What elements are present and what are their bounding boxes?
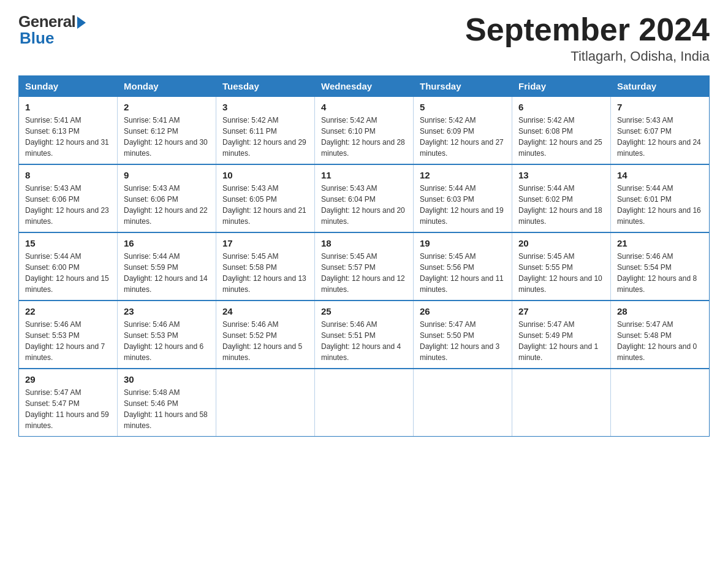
day-info: Sunrise: 5:44 AMSunset: 6:01 PMDaylight:… [617, 183, 703, 227]
calendar-cell: 16Sunrise: 5:44 AMSunset: 5:59 PMDayligh… [118, 232, 216, 301]
day-info: Sunrise: 5:46 AMSunset: 5:51 PMDaylight:… [321, 319, 407, 363]
calendar-cell: 25Sunrise: 5:46 AMSunset: 5:51 PMDayligh… [315, 301, 414, 369]
day-number: 17 [222, 238, 308, 248]
calendar-cell: 20Sunrise: 5:45 AMSunset: 5:55 PMDayligh… [512, 232, 611, 301]
calendar-cell [315, 369, 414, 437]
day-info: Sunrise: 5:43 AMSunset: 6:07 PMDaylight:… [617, 115, 703, 159]
day-number: 4 [321, 102, 407, 112]
calendar-table: SundayMondayTuesdayWednesdayThursdayFrid… [18, 75, 710, 437]
calendar-cell: 18Sunrise: 5:45 AMSunset: 5:57 PMDayligh… [315, 232, 414, 301]
col-header-thursday: Thursday [414, 76, 512, 97]
calendar-cell: 1Sunrise: 5:41 AMSunset: 6:13 PMDaylight… [19, 97, 118, 165]
day-info: Sunrise: 5:44 AMSunset: 6:02 PMDaylight:… [518, 183, 604, 227]
day-info: Sunrise: 5:43 AMSunset: 6:06 PMDaylight:… [25, 183, 111, 227]
day-number: 2 [124, 102, 210, 112]
day-info: Sunrise: 5:46 AMSunset: 5:54 PMDaylight:… [617, 251, 703, 295]
calendar-cell: 26Sunrise: 5:47 AMSunset: 5:50 PMDayligh… [414, 301, 512, 369]
day-number: 24 [222, 306, 308, 316]
day-info: Sunrise: 5:43 AMSunset: 6:06 PMDaylight:… [124, 183, 210, 227]
day-info: Sunrise: 5:44 AMSunset: 5:59 PMDaylight:… [124, 251, 210, 295]
day-info: Sunrise: 5:45 AMSunset: 5:58 PMDaylight:… [222, 251, 308, 295]
calendar-cell: 4Sunrise: 5:42 AMSunset: 6:10 PMDaylight… [315, 97, 414, 165]
calendar-cell [414, 369, 512, 437]
day-info: Sunrise: 5:44 AMSunset: 6:03 PMDaylight:… [420, 183, 506, 227]
day-number: 12 [420, 170, 506, 180]
col-header-wednesday: Wednesday [315, 76, 414, 97]
calendar-cell [512, 369, 611, 437]
calendar-cell: 8Sunrise: 5:43 AMSunset: 6:06 PMDaylight… [19, 164, 118, 232]
calendar-cell: 27Sunrise: 5:47 AMSunset: 5:49 PMDayligh… [512, 301, 611, 369]
day-number: 20 [518, 238, 604, 248]
calendar-cell: 13Sunrise: 5:44 AMSunset: 6:02 PMDayligh… [512, 164, 611, 232]
day-number: 26 [420, 306, 506, 316]
col-header-tuesday: Tuesday [216, 76, 315, 97]
calendar-cell: 6Sunrise: 5:42 AMSunset: 6:08 PMDaylight… [512, 97, 611, 165]
month-title: September 2024 [465, 12, 710, 47]
calendar-cell: 30Sunrise: 5:48 AMSunset: 5:46 PMDayligh… [118, 369, 216, 437]
calendar-cell: 10Sunrise: 5:43 AMSunset: 6:05 PMDayligh… [216, 164, 315, 232]
day-info: Sunrise: 5:43 AMSunset: 6:04 PMDaylight:… [321, 183, 407, 227]
calendar-cell: 11Sunrise: 5:43 AMSunset: 6:04 PMDayligh… [315, 164, 414, 232]
calendar-cell [611, 369, 710, 437]
day-info: Sunrise: 5:46 AMSunset: 5:53 PMDaylight:… [25, 319, 111, 363]
calendar-week-row: 1Sunrise: 5:41 AMSunset: 6:13 PMDaylight… [19, 97, 710, 165]
day-number: 11 [321, 170, 407, 180]
calendar-week-row: 29Sunrise: 5:47 AMSunset: 5:47 PMDayligh… [19, 369, 710, 437]
calendar-cell [216, 369, 315, 437]
logo-blue-text: Blue [20, 29, 54, 48]
day-info: Sunrise: 5:47 AMSunset: 5:50 PMDaylight:… [420, 319, 506, 363]
day-info: Sunrise: 5:42 AMSunset: 6:08 PMDaylight:… [518, 115, 604, 159]
day-info: Sunrise: 5:42 AMSunset: 6:11 PMDaylight:… [222, 115, 308, 159]
col-header-sunday: Sunday [19, 76, 118, 97]
day-number: 19 [420, 238, 506, 248]
day-number: 28 [617, 306, 703, 316]
logo: General Blue [18, 12, 86, 48]
calendar-cell: 9Sunrise: 5:43 AMSunset: 6:06 PMDaylight… [118, 164, 216, 232]
calendar-cell: 22Sunrise: 5:46 AMSunset: 5:53 PMDayligh… [19, 301, 118, 369]
day-number: 3 [222, 102, 308, 112]
day-number: 30 [124, 374, 210, 385]
title-block: September 2024 Titlagarh, Odisha, India [465, 12, 710, 64]
day-number: 25 [321, 306, 407, 316]
calendar-cell: 5Sunrise: 5:42 AMSunset: 6:09 PMDaylight… [414, 97, 512, 165]
calendar-cell: 2Sunrise: 5:41 AMSunset: 6:12 PMDaylight… [118, 97, 216, 165]
col-header-monday: Monday [118, 76, 216, 97]
day-number: 18 [321, 238, 407, 248]
calendar-cell: 15Sunrise: 5:44 AMSunset: 6:00 PMDayligh… [19, 232, 118, 301]
logo-arrow-icon [77, 17, 86, 29]
day-info: Sunrise: 5:42 AMSunset: 6:09 PMDaylight:… [420, 115, 506, 159]
day-number: 8 [25, 170, 111, 180]
day-number: 1 [25, 102, 111, 112]
day-number: 29 [25, 374, 111, 385]
day-info: Sunrise: 5:47 AMSunset: 5:48 PMDaylight:… [617, 319, 703, 363]
day-info: Sunrise: 5:45 AMSunset: 5:55 PMDaylight:… [518, 251, 604, 295]
day-info: Sunrise: 5:45 AMSunset: 5:57 PMDaylight:… [321, 251, 407, 295]
day-info: Sunrise: 5:48 AMSunset: 5:46 PMDaylight:… [124, 387, 210, 431]
calendar-cell: 12Sunrise: 5:44 AMSunset: 6:03 PMDayligh… [414, 164, 512, 232]
day-info: Sunrise: 5:47 AMSunset: 5:47 PMDaylight:… [25, 387, 111, 431]
calendar-week-row: 15Sunrise: 5:44 AMSunset: 6:00 PMDayligh… [19, 232, 710, 301]
page-header: General Blue September 2024 Titlagarh, O… [18, 12, 710, 64]
calendar-week-row: 8Sunrise: 5:43 AMSunset: 6:06 PMDaylight… [19, 164, 710, 232]
day-info: Sunrise: 5:45 AMSunset: 5:56 PMDaylight:… [420, 251, 506, 295]
day-number: 22 [25, 306, 111, 316]
calendar-cell: 23Sunrise: 5:46 AMSunset: 5:53 PMDayligh… [118, 301, 216, 369]
day-number: 27 [518, 306, 604, 316]
calendar-cell: 29Sunrise: 5:47 AMSunset: 5:47 PMDayligh… [19, 369, 118, 437]
day-info: Sunrise: 5:42 AMSunset: 6:10 PMDaylight:… [321, 115, 407, 159]
calendar-header-row: SundayMondayTuesdayWednesdayThursdayFrid… [19, 76, 710, 97]
calendar-cell: 21Sunrise: 5:46 AMSunset: 5:54 PMDayligh… [611, 232, 710, 301]
calendar-cell: 28Sunrise: 5:47 AMSunset: 5:48 PMDayligh… [611, 301, 710, 369]
day-number: 5 [420, 102, 506, 112]
day-info: Sunrise: 5:41 AMSunset: 6:13 PMDaylight:… [25, 115, 111, 159]
day-info: Sunrise: 5:44 AMSunset: 6:00 PMDaylight:… [25, 251, 111, 295]
day-number: 7 [617, 102, 703, 112]
calendar-cell: 7Sunrise: 5:43 AMSunset: 6:07 PMDaylight… [611, 97, 710, 165]
calendar-cell: 19Sunrise: 5:45 AMSunset: 5:56 PMDayligh… [414, 232, 512, 301]
day-number: 14 [617, 170, 703, 180]
col-header-saturday: Saturday [611, 76, 710, 97]
calendar-cell: 24Sunrise: 5:46 AMSunset: 5:52 PMDayligh… [216, 301, 315, 369]
location-title: Titlagarh, Odisha, India [465, 48, 710, 64]
calendar-cell: 3Sunrise: 5:42 AMSunset: 6:11 PMDaylight… [216, 97, 315, 165]
day-info: Sunrise: 5:47 AMSunset: 5:49 PMDaylight:… [518, 319, 604, 363]
